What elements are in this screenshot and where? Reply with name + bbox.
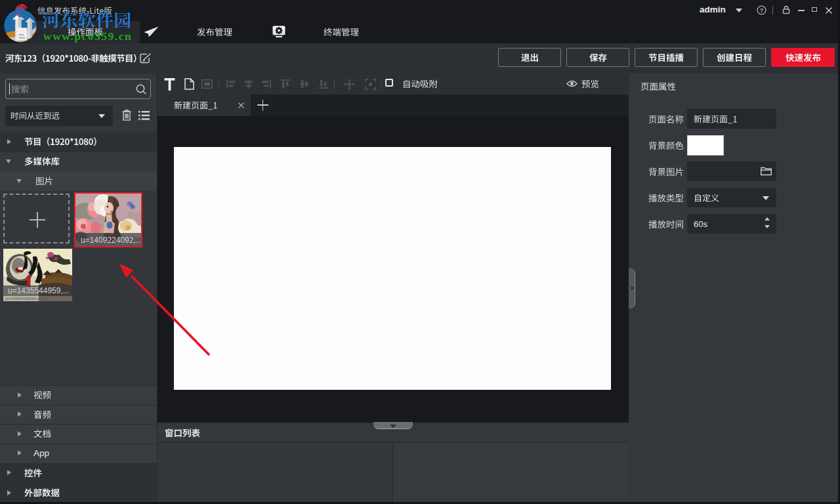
svg-text:u=1435544959,...: u=1435544959,...: [8, 286, 70, 295]
svg-text:u=1409224092,...: u=1409224092,...: [81, 236, 141, 245]
svg-text:?: ?: [760, 7, 764, 14]
svg-text:u=1435544959&fm=26: u=1435544959&fm=26: [5, 297, 46, 301]
